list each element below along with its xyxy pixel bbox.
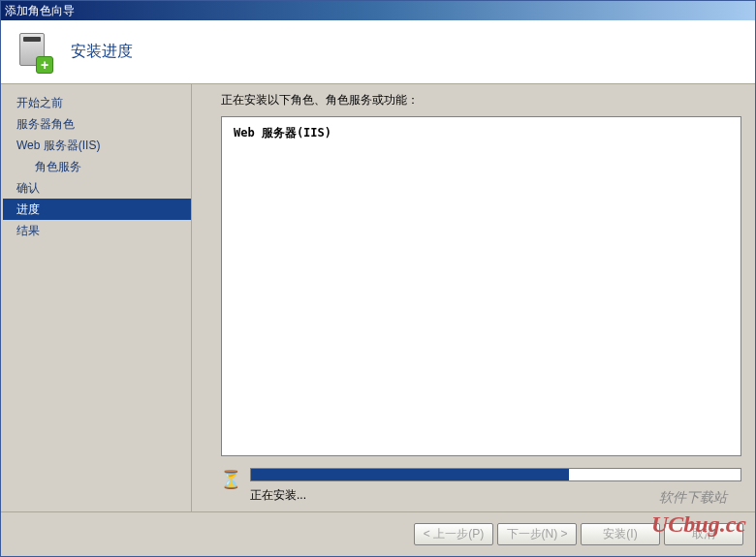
header: + 安装进度	[1, 20, 755, 84]
sidebar-item-results[interactable]: 结果	[3, 220, 191, 241]
sidebar-item-server-roles[interactable]: 服务器角色	[3, 113, 191, 135]
progress-area: ⏳ 正在安装...	[221, 468, 741, 504]
footer: < 上一步(P) 下一步(N) > 安装(I) 取消	[1, 511, 755, 556]
titlebar: 添加角色向导	[1, 1, 755, 20]
page-title: 安装进度	[71, 42, 133, 62]
install-button: 安装(I)	[581, 523, 660, 545]
install-description-label: 正在安装以下角色、角色服务或功能：	[221, 92, 741, 108]
sidebar-item-role-services[interactable]: 角色服务	[3, 156, 191, 177]
body: 开始之前 服务器角色 Web 服务器(IIS) 角色服务 确认 进度 结果 正在…	[1, 84, 755, 511]
next-button: 下一步(N) >	[497, 523, 577, 545]
server-add-icon: +	[15, 33, 53, 72]
hourglass-icon: ⏳	[221, 468, 240, 491]
sidebar-item-confirmation[interactable]: 确认	[3, 177, 191, 199]
previous-button: < 上一步(P)	[414, 523, 493, 545]
window-title: 添加角色向导	[5, 3, 75, 19]
install-item: Web 服务器(IIS)	[234, 126, 331, 139]
install-items-box: Web 服务器(IIS)	[221, 116, 741, 456]
sidebar-item-web-server-iis[interactable]: Web 服务器(IIS)	[3, 135, 191, 156]
progress-fill	[251, 469, 569, 480]
progress-status-text: 正在安装...	[250, 487, 741, 504]
cancel-button: 取消	[664, 523, 743, 545]
progress-bar	[250, 468, 741, 481]
wizard-window: 添加角色向导 + 安装进度 开始之前 服务器角色 Web 服务器(IIS) 角色…	[0, 0, 756, 557]
sidebar-item-progress[interactable]: 进度	[3, 199, 191, 220]
wizard-steps-sidebar: 开始之前 服务器角色 Web 服务器(IIS) 角色服务 确认 进度 结果	[3, 84, 192, 511]
main-panel: 正在安装以下角色、角色服务或功能： Web 服务器(IIS) ⏳ 正在安装...	[192, 84, 755, 511]
sidebar-item-before-begin[interactable]: 开始之前	[3, 92, 191, 113]
